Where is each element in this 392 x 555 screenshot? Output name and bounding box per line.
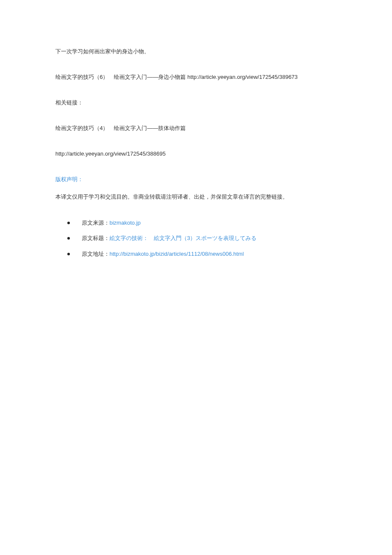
reference-source: 原文来源：bizmakoto.jp (82, 218, 337, 228)
copyright-body: 本译文仅用于学习和交流目的。非商业转载请注明译者、出处，并保留文章在译言的完整链… (55, 192, 337, 202)
reference-url: 原文地址：http://bizmakoto.jp/bizid/articles/… (82, 249, 337, 260)
reference-title: 原文标题：絵文字の技術： 絵文字入門（3）スポーツを表現してみる (82, 233, 337, 244)
reference-source-link[interactable]: bizmakoto.jp (110, 220, 141, 226)
paragraph-related-links-heading: 相关链接： (55, 98, 337, 107)
copyright-heading: 版权声明： (55, 175, 337, 184)
paragraph-related-link-url: http://article.yeeyan.org/view/172545/38… (55, 149, 337, 159)
paragraph-related-link-title: 绘画文字的技巧（4） 绘画文字入门——肢体动作篇 (55, 124, 337, 133)
reference-url-label: 原文地址： (82, 251, 110, 257)
paragraph-link-389673: 绘画文字的技巧（6） 绘画文字入门——身边小物篇 http://article.… (55, 72, 337, 82)
paragraph-next-lesson: 下一次学习如何画出家中的身边小物。 (55, 47, 337, 56)
reference-title-link[interactable]: 絵文字の技術： 絵文字入門（3）スポーツを表現してみる (110, 235, 257, 241)
reference-source-label: 原文来源： (82, 220, 110, 226)
reference-list: 原文来源：bizmakoto.jp 原文标题：絵文字の技術： 絵文字入門（3）ス… (55, 218, 337, 260)
reference-title-label: 原文标题： (82, 235, 110, 241)
reference-url-link[interactable]: http://bizmakoto.jp/bizid/articles/1112/… (110, 251, 244, 257)
